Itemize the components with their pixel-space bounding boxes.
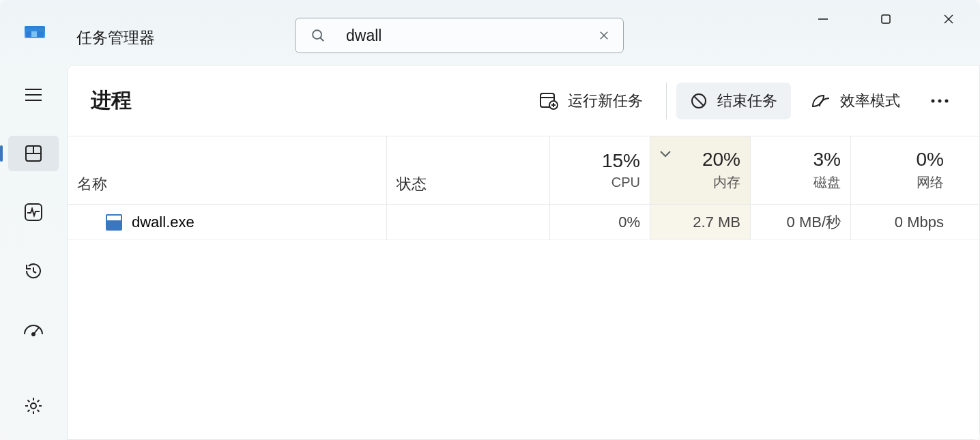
sidebar: [0, 65, 67, 440]
svg-point-18: [32, 333, 35, 336]
app-icon: [25, 26, 45, 38]
more-button[interactable]: [919, 85, 960, 117]
history-icon: [23, 261, 44, 281]
gear-icon: [23, 396, 44, 416]
cell-disk: 0 MB/秒: [751, 205, 851, 239]
processes-icon: [24, 144, 43, 163]
clear-search-button[interactable]: [590, 22, 618, 49]
svg-point-19: [31, 403, 36, 409]
svg-point-29: [945, 99, 949, 102]
column-headers: 名称 状态 15% CPU 20% 内存 3% 磁盘 0% 网络: [68, 136, 979, 205]
more-icon: [929, 98, 950, 104]
minimize-icon: [818, 14, 828, 25]
svg-rect-5: [882, 15, 890, 23]
sidebar-item-processes[interactable]: [8, 136, 59, 171]
startup-icon: [23, 321, 44, 338]
column-cpu[interactable]: 15% CPU: [550, 136, 650, 204]
table-row[interactable]: dwall.exe 0% 2.7 MB 0 MB/秒 0 Mbps: [68, 205, 979, 240]
window-controls: [792, 0, 980, 38]
run-new-task-button[interactable]: 运行新任务: [525, 83, 657, 119]
run-task-icon: [539, 92, 558, 110]
end-task-button[interactable]: 结束任务: [676, 83, 791, 119]
sidebar-item-history[interactable]: [8, 253, 59, 289]
chevron-down-icon: [659, 149, 672, 158]
cell-memory: 2.7 MB: [650, 205, 751, 239]
performance-icon: [23, 202, 44, 222]
process-name: dwall.exe: [132, 214, 194, 231]
toolbar: 进程 运行新任务 结束任务 效率模式: [68, 65, 979, 136]
svg-point-27: [932, 99, 935, 102]
sidebar-item-performance[interactable]: [8, 194, 59, 230]
search-box[interactable]: [295, 18, 624, 53]
sidebar-item-settings[interactable]: [8, 388, 59, 424]
end-task-label: 结束任务: [717, 91, 777, 111]
sidebar-item-startup[interactable]: [8, 312, 59, 347]
efficiency-mode-button[interactable]: 效率模式: [796, 83, 914, 119]
svg-line-26: [694, 96, 704, 106]
cell-cpu: 0%: [550, 205, 650, 239]
search-icon: [311, 28, 326, 43]
hamburger-button[interactable]: [8, 77, 59, 113]
minimize-button[interactable]: [792, 0, 854, 38]
close-button[interactable]: [917, 0, 980, 38]
page-title: 进程: [91, 87, 132, 115]
process-icon: [106, 214, 122, 231]
main-panel: 进程 运行新任务 结束任务 效率模式: [67, 65, 980, 440]
svg-line-1: [320, 38, 323, 41]
efficiency-label: 效率模式: [840, 91, 900, 111]
column-network[interactable]: 0% 网络: [851, 136, 953, 204]
close-icon: [942, 13, 955, 25]
app-title: 任务管理器: [76, 27, 155, 48]
svg-point-28: [938, 99, 942, 102]
divider: [666, 83, 667, 119]
maximize-icon: [880, 14, 891, 25]
column-disk[interactable]: 3% 磁盘: [751, 136, 851, 204]
close-icon: [598, 29, 610, 42]
end-task-icon: [690, 92, 708, 110]
cell-status: [387, 205, 550, 239]
leaf-icon: [810, 93, 831, 109]
hamburger-icon: [24, 87, 43, 102]
cell-name: dwall.exe: [68, 205, 387, 239]
titlebar: 任务管理器: [0, 0, 980, 65]
search-input[interactable]: [346, 27, 590, 45]
column-memory[interactable]: 20% 内存: [650, 136, 751, 204]
run-task-label: 运行新任务: [568, 91, 643, 111]
cell-network: 0 Mbps: [851, 205, 953, 239]
maximize-button[interactable]: [854, 0, 917, 38]
column-status[interactable]: 状态: [387, 136, 550, 204]
svg-line-16: [33, 272, 36, 273]
column-name[interactable]: 名称: [68, 136, 387, 204]
svg-point-0: [313, 30, 321, 39]
